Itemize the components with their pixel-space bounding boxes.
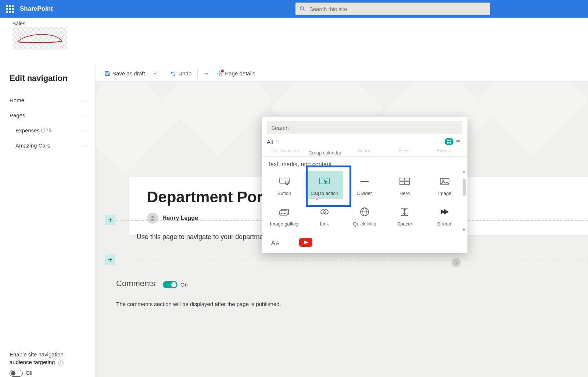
chevron-down-icon: [275, 139, 280, 144]
svg-rect-22: [400, 182, 404, 185]
svg-rect-21: [405, 178, 409, 181]
nav-item-menu-icon[interactable]: ···: [81, 97, 88, 103]
svg-point-15: [456, 143, 456, 143]
svg-point-14: [456, 141, 456, 142]
info-icon[interactable]: i: [58, 360, 64, 366]
scroll-thumb[interactable]: [463, 179, 466, 196]
text-icon: AA: [271, 238, 282, 246]
webpart-button[interactable]: Button: [265, 171, 303, 199]
nav-item-pages[interactable]: Pages ···: [10, 108, 88, 123]
brand-label[interactable]: SharePoint: [20, 5, 53, 13]
nav-item-label: Pages: [10, 112, 25, 118]
comments-section: Comments On The comments section will be…: [116, 279, 573, 307]
webpart-quick-links[interactable]: Quick links: [345, 201, 383, 230]
svg-rect-3: [106, 74, 109, 75]
webpart-divider[interactable]: Divider: [345, 171, 383, 199]
add-section-button[interactable]: +: [105, 215, 115, 225]
svg-rect-9: [449, 142, 451, 143]
car-logo-icon: [16, 31, 63, 46]
previous-section-peek: Call to action Group calendar Button Her…: [262, 149, 467, 157]
svg-marker-37: [444, 209, 449, 214]
link-icon: [319, 208, 330, 216]
scroll-down-icon[interactable]: ▾: [463, 228, 465, 232]
grid-icon: [447, 139, 452, 144]
global-search-input[interactable]: [309, 6, 487, 12]
comments-hint: The comments section will be displayed a…: [116, 301, 573, 307]
section-divider: [116, 260, 588, 260]
svg-rect-23: [405, 182, 409, 185]
left-navigation: Edit navigation Home ··· Pages ··· Expen…: [0, 65, 96, 377]
nav-item-menu-icon[interactable]: ···: [81, 143, 88, 149]
site-name[interactable]: Sales: [12, 21, 576, 26]
webpart-image[interactable]: Image: [426, 171, 464, 199]
comments-toggle[interactable]: On: [163, 281, 188, 288]
webpart-image-gallery[interactable]: Image gallery: [265, 201, 303, 230]
svg-point-29: [324, 210, 328, 214]
notification-dot-icon: [221, 70, 224, 72]
svg-rect-8: [447, 142, 449, 143]
chevron-down-icon: [204, 71, 209, 77]
site-logo[interactable]: [12, 27, 67, 50]
svg-point-25: [442, 180, 444, 181]
section-hr: [132, 262, 544, 262]
webpart-youtube[interactable]: [298, 235, 314, 249]
filter-all-dropdown[interactable]: All: [267, 139, 280, 145]
save-as-draft-button[interactable]: Save as draft: [102, 68, 147, 79]
nav-item-home[interactable]: Home ···: [10, 93, 88, 108]
nav-item-expenses-link[interactable]: Expenses Link ···: [10, 123, 88, 138]
grid-view-button[interactable]: [445, 138, 453, 145]
audience-targeting-toggle[interactable]: Off: [10, 370, 88, 377]
svg-rect-2: [106, 71, 108, 72]
picker-scrollbar[interactable]: ▴ ▾: [461, 168, 467, 233]
app-launcher-icon[interactable]: [4, 3, 15, 15]
list-view-button[interactable]: [453, 138, 462, 145]
content-area: Save as draft Undo Page details: [96, 65, 588, 377]
svg-rect-27: [280, 211, 287, 215]
undo-button[interactable]: Undo: [168, 68, 194, 79]
undo-icon: [170, 71, 176, 77]
nav-item-label: Expenses Link: [15, 127, 51, 134]
webpart-stream[interactable]: Stream: [426, 201, 464, 230]
webpart-hero[interactable]: Hero: [386, 171, 424, 199]
svg-rect-6: [447, 140, 449, 141]
search-icon: [299, 6, 306, 12]
chevron-down-icon: [152, 71, 158, 77]
webpart-spacer[interactable]: Spacer: [386, 201, 424, 230]
toggle-state-label: Off: [26, 370, 32, 377]
svg-rect-7: [449, 140, 451, 141]
add-section-button[interactable]: +: [105, 255, 115, 265]
scroll-up-icon[interactable]: ▴: [463, 169, 465, 173]
command-bar: Save as draft Undo Page details: [96, 65, 588, 82]
page-intro-text[interactable]: Use this page to navigate to your depart…: [137, 233, 263, 241]
svg-point-13: [456, 140, 456, 141]
svg-point-5: [151, 216, 154, 218]
comments-label: Comments: [116, 279, 155, 288]
nav-item-label: Amazing Cars: [15, 142, 50, 149]
image-gallery-icon: [279, 208, 290, 216]
nav-item-menu-icon[interactable]: ···: [81, 128, 88, 134]
webpart-link[interactable]: Link: [305, 201, 343, 230]
svg-text:A: A: [276, 241, 279, 246]
global-search[interactable]: [295, 3, 490, 15]
page-details-button[interactable]: Page details: [215, 68, 258, 79]
quick-links-icon: [360, 207, 369, 217]
svg-rect-20: [400, 178, 404, 181]
svg-rect-16: [280, 178, 289, 183]
svg-point-4: [219, 73, 220, 74]
picker-section-title: Text, media, and content: [262, 157, 467, 168]
nav-item-menu-icon[interactable]: ···: [81, 113, 88, 118]
add-webpart-button[interactable]: +: [452, 258, 460, 266]
save-as-draft-chevron[interactable]: [150, 68, 160, 79]
nav-item-amazing-cars[interactable]: Amazing Cars ···: [10, 138, 88, 153]
nav-item-label: Home: [10, 97, 24, 103]
webpart-text[interactable]: AA: [270, 235, 283, 249]
svg-text:A: A: [271, 240, 275, 246]
webpart-search-input[interactable]: [267, 121, 462, 134]
webpart-picker-popover: All Call to action Group calendar: [262, 117, 467, 253]
webpart-call-to-action[interactable]: Call to action: [305, 171, 343, 199]
audience-targeting-setting: Enable site navigation audience targetin…: [10, 351, 88, 377]
undo-chevron[interactable]: [201, 68, 212, 79]
list-icon: [455, 139, 460, 144]
save-icon: [104, 71, 110, 77]
svg-point-0: [300, 7, 304, 10]
